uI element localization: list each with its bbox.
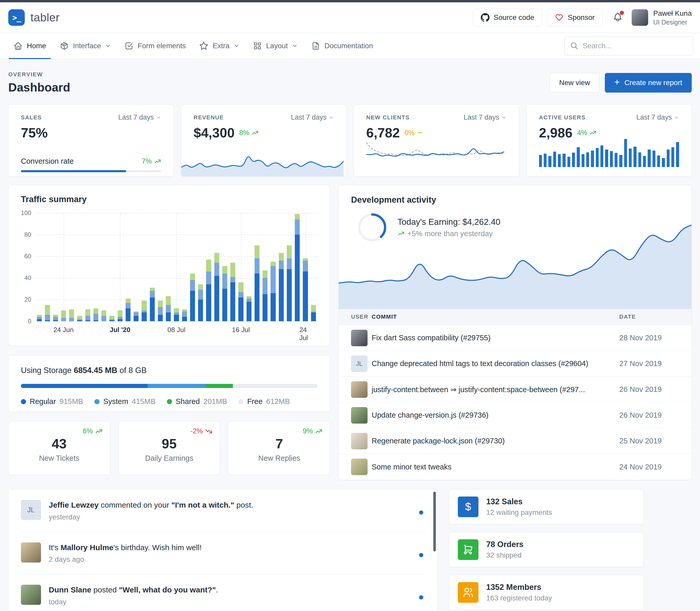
activity-text: Jeffie Lewzey commented on your "I'm not… bbox=[49, 500, 253, 510]
active-users-bar bbox=[605, 150, 608, 167]
sales-summary-card: $ 132 Sales 12 waiting payments bbox=[449, 489, 644, 524]
commit-date: 27 Nov 2019 bbox=[619, 359, 691, 368]
traffic-stacked-bar bbox=[158, 301, 163, 321]
nav-item-documentation[interactable]: Documentation bbox=[304, 33, 380, 59]
revenue-period-dropdown[interactable]: Last 7 days bbox=[291, 114, 334, 121]
commit-date: 26 Nov 2019 bbox=[619, 411, 691, 419]
storage-legend-item: Free612MB bbox=[238, 397, 290, 406]
col-header-date: DATE bbox=[619, 313, 691, 320]
file-text-icon bbox=[311, 41, 320, 50]
commit-message: Some minor text tweaks bbox=[372, 463, 619, 471]
commit-avatar bbox=[351, 433, 367, 449]
tickets-label: New Tickets bbox=[39, 454, 79, 462]
kpi-cards-row: SALES Last 7 days 75% Conversion rate 7%… bbox=[8, 104, 692, 177]
notification-badge bbox=[620, 11, 624, 15]
active-users-bar bbox=[629, 149, 632, 167]
user-menu[interactable]: Paweł Kuna UI Designer bbox=[653, 9, 692, 26]
legend-dot-icon bbox=[94, 399, 100, 404]
nav-item-extra[interactable]: Extra bbox=[192, 33, 246, 59]
commit-message: justify-content:between ⇒ justify-conten… bbox=[372, 385, 619, 394]
earning-comparison: +5% more than yesterday bbox=[397, 229, 500, 238]
active-users-bar bbox=[591, 151, 594, 167]
members-summary-title: 1352 Members bbox=[486, 583, 552, 592]
traffic-x-axis: 24 JunJul '2008 Jul16 Jul24 Jul bbox=[35, 321, 318, 336]
members-summary-subtitle: 163 registered today bbox=[486, 594, 552, 602]
active-users-bar bbox=[558, 154, 561, 167]
traffic-chart bbox=[35, 213, 318, 321]
activity-row: JLJeffie Lewzey commented on your "I'm n… bbox=[21, 490, 425, 532]
new-view-button[interactable]: New view bbox=[550, 73, 600, 92]
search-box[interactable] bbox=[564, 36, 693, 56]
nav-label: Documentation bbox=[324, 42, 373, 50]
activity-avatar bbox=[21, 585, 41, 605]
col-header-user: USER bbox=[339, 313, 372, 320]
storage-usage-text: Using Storage 6854.45 MB of 8 GB bbox=[21, 366, 318, 375]
conversion-progress-bar bbox=[21, 170, 161, 172]
storage-card: Using Storage 6854.45 MB of 8 GB Regular… bbox=[8, 355, 330, 412]
active-users-bar bbox=[662, 158, 665, 167]
commit-date: 24 Nov 2019 bbox=[619, 463, 691, 471]
traffic-stacked-bar bbox=[150, 288, 155, 321]
storage-segment-free bbox=[233, 384, 318, 388]
nav-item-form-elements[interactable]: Form elements bbox=[118, 33, 193, 59]
todays-earning: Today's Earning: $4,262.40 bbox=[397, 217, 500, 227]
new-replies-card: 9% 7 New Replies bbox=[228, 421, 330, 475]
active-users-bar bbox=[676, 142, 679, 167]
commit-avatar bbox=[351, 407, 367, 423]
activity-feed-card: JLJeffie Lewzey commented on your "I'm n… bbox=[8, 489, 437, 611]
revenue-sparkline bbox=[181, 147, 344, 176]
commit-row: JLChange deprecated html tags to text de… bbox=[339, 351, 691, 377]
commits-table: USER COMMIT DATE Fix dart Sass compatibi… bbox=[339, 309, 691, 480]
traffic-stacked-bar bbox=[247, 296, 251, 321]
active-users-bar bbox=[667, 150, 670, 167]
sales-period-dropdown[interactable]: Last 7 days bbox=[118, 114, 161, 121]
storage-segment-shared bbox=[205, 384, 233, 388]
traffic-stacked-bar bbox=[206, 259, 211, 321]
traffic-stacked-bar bbox=[110, 316, 114, 321]
active-users-period-dropdown[interactable]: Last 7 days bbox=[636, 114, 679, 121]
unread-dot bbox=[419, 510, 423, 515]
sponsor-button[interactable]: Sponsor bbox=[547, 9, 602, 26]
traffic-stacked-bar bbox=[238, 282, 243, 321]
commit-message: Fix dart Sass compatibility (#29755) bbox=[372, 333, 619, 342]
dev-activity-title: Development activity bbox=[339, 185, 691, 205]
members-summary-card: 1352 Members 163 registered today bbox=[449, 575, 644, 610]
traffic-stacked-bar bbox=[214, 253, 219, 321]
page-body: OVERVIEW Dashboard New view + Create new… bbox=[0, 59, 700, 611]
activity-text: It's Mallory Hulme's birthday. Wish him … bbox=[49, 542, 202, 553]
daily-earnings-card: -2% 95 Daily Earnings bbox=[118, 421, 220, 475]
create-report-label: Create new report bbox=[624, 79, 682, 87]
main-nav: Home Interface Form elements Extra Layou… bbox=[0, 33, 700, 59]
nav-item-home[interactable]: Home bbox=[7, 33, 53, 59]
new-clients-period-dropdown[interactable]: Last 7 days bbox=[464, 114, 506, 121]
notifications-button[interactable] bbox=[613, 12, 623, 23]
commit-avatar: JL bbox=[351, 356, 367, 372]
sales-summary-title: 132 Sales bbox=[486, 497, 552, 506]
user-avatar[interactable] bbox=[632, 9, 648, 26]
sales-card: SALES Last 7 days 75% Conversion rate 7% bbox=[8, 104, 174, 177]
create-report-button[interactable]: + Create new report bbox=[605, 73, 692, 92]
chevron-down-icon bbox=[501, 115, 507, 120]
search-input[interactable] bbox=[583, 42, 687, 50]
nav-label: Interface bbox=[73, 42, 101, 50]
left-column: Traffic summary 020406080100 24 JunJul '… bbox=[8, 185, 330, 480]
traffic-stacked-bar bbox=[101, 310, 106, 321]
sales-title: SALES bbox=[21, 114, 42, 121]
traffic-stacked-bar bbox=[134, 311, 138, 321]
scrollbar-thumb[interactable] bbox=[433, 492, 436, 551]
nav-item-interface[interactable]: Interface bbox=[53, 33, 118, 59]
user-role: UI Designer bbox=[653, 18, 692, 26]
source-code-button[interactable]: Source code bbox=[473, 9, 542, 26]
active-users-bar bbox=[596, 148, 599, 167]
col-header-commit: COMMIT bbox=[372, 313, 619, 320]
search-icon bbox=[570, 42, 579, 50]
sponsor-label: Sponsor bbox=[568, 13, 595, 22]
plus-icon: + bbox=[614, 78, 620, 87]
traffic-stacked-bar bbox=[271, 262, 275, 321]
traffic-stacked-bar bbox=[118, 310, 122, 321]
traffic-stacked-bar bbox=[190, 273, 195, 321]
tabler-logo-icon[interactable]: >_ bbox=[8, 9, 25, 26]
nav-item-layout[interactable]: Layout bbox=[246, 33, 304, 59]
commit-row: Fix dart Sass compatibility (#29755)28 N… bbox=[339, 325, 691, 351]
new-clients-card: NEW CLIENTS Last 7 days 6,782 0% bbox=[354, 104, 519, 177]
